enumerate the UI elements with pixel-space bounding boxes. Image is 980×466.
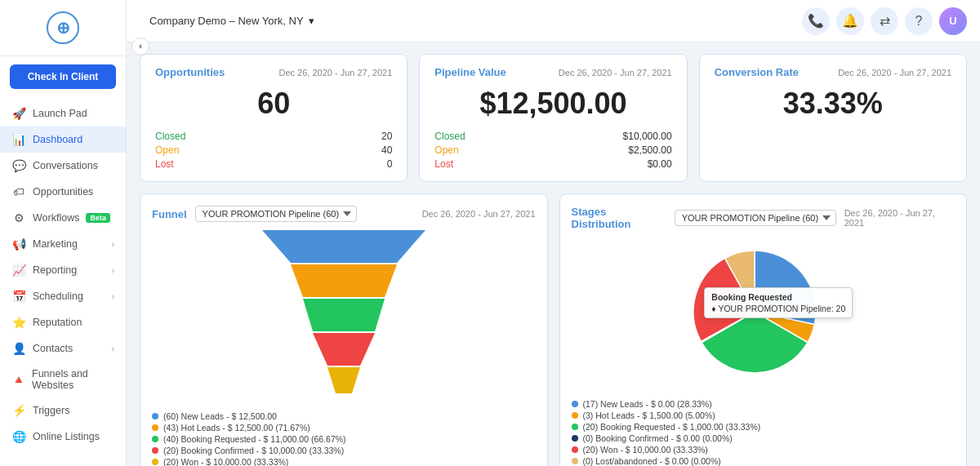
funnel-title: Funnel [152,208,187,220]
avatar[interactable]: U [939,7,967,35]
legend-text: (40) Booking Requested - $ 11,000.00 (66… [163,434,346,444]
funnel-legend-item: (60) New Leads - $ 12,500.00 [152,411,346,421]
sidebar: ⊕ Check In Client 🚀 Launch Pad 📊 Dashboa… [0,0,127,466]
legend-text: (20) Won - $ 10,000.00 (33.33%) [583,445,708,455]
sidebar-item-marketing[interactable]: 📢 Marketing › [0,231,126,257]
funnel-chart-card: Funnel YOUR PROMOTION Pipeline (60) Dec … [140,193,548,466]
scheduling-icon: 📅 [11,290,26,303]
company-selector[interactable]: Company Demo – New York, NY ▾ [149,15,314,27]
legend-dot [572,424,578,430]
conversations-icon: 💬 [11,159,26,172]
sidebar-item-contacts[interactable]: 👤 Contacts › [0,335,126,362]
opp-open-value: 40 [381,144,392,156]
pipeline-closed-value: $10,000.00 [623,131,672,142]
opp-lost-label: Lost [155,158,174,170]
chevron-icon: › [112,266,114,275]
help-icon-button[interactable]: ? [905,7,933,35]
kpi-opp-date: Dec 26, 2020 - Jun 27, 2021 [279,68,393,78]
sidebar-item-funnels[interactable]: 🔺 Funnels and Websites [0,362,126,397]
legend-text: (20) Booking Confirmed - $ 10,000.00 (33… [163,446,344,455]
legend-dot [152,424,158,431]
sidebar-label-funnels: Funnels and Websites [32,368,114,391]
workflows-icon: ⚙ [11,211,26,224]
kpi-pipeline-date: Dec 26, 2020 - Jun 27, 2021 [559,68,672,78]
pie-wrapper: Booking Requested ♦ YOUR PROMOTION Pipel… [673,238,853,396]
funnel-visual: (60) New Leads - $ 12,500.00(43) Hot Lea… [152,230,536,466]
checkin-button[interactable]: Check In Client [10,64,116,89]
kpi-opportunities: Opportunities Dec 26, 2020 - Jun 27, 202… [140,54,408,182]
pipeline-lost-value: $0.00 [648,158,672,170]
sidebar-item-opportunities[interactable]: 🏷 Opportunities [0,179,126,205]
legend-text: (0) Booking Confirmed - $ 0.00 (0.00%) [583,433,733,443]
sidebar-item-online-listings[interactable]: 🌐 Online Listings [0,424,126,450]
svg-marker-3 [313,333,375,366]
funnel-legend-item: (20) Booking Confirmed - $ 10,000.00 (33… [152,446,346,455]
sidebar-item-conversations[interactable]: 💬 Conversations [0,153,126,179]
sidebar-label-launch-pad: Launch Pad [33,108,87,119]
stages-title: Stages Distribution [572,206,666,230]
stages-visual: Booking Requested ♦ YOUR PROMOTION Pipel… [572,238,956,466]
stages-pipeline-select[interactable]: YOUR PROMOTION Pipeline (60) [675,210,836,226]
opportunities-icon: 🏷 [11,185,26,198]
legend-dot [572,446,578,453]
funnel-legend-item: (43) Hot Leads - $ 12,500.00 (71.67%) [152,423,346,433]
legend-dot [152,459,158,465]
sidebar-label-marketing: Marketing [33,238,78,250]
kpi-pipeline-title: Pipeline Value [434,66,506,78]
dashboard-icon: 📊 [11,133,26,146]
legend-text: (17) New Leads - $ 0.00 (28.33%) [583,399,712,409]
main-area: ‹ Company Demo – New York, NY ▾ 📞 🔔 ⇄ ? … [127,0,980,466]
pie-legend-item: (20) Won - $ 10,000.00 (33.33%) [572,445,761,455]
triggers-icon: ⚡ [11,404,26,417]
charts-row: Funnel YOUR PROMOTION Pipeline (60) Dec … [140,193,967,466]
stages-date: Dec 26, 2020 - Jun 27, 2021 [844,208,955,228]
sidebar-nav: 🚀 Launch Pad 📊 Dashboard 💬 Conversations… [0,97,126,466]
kpi-row: Opportunities Dec 26, 2020 - Jun 27, 202… [140,54,967,182]
svg-marker-0 [262,230,425,263]
chevron-icon: › [112,240,114,249]
sidebar-item-dashboard[interactable]: 📊 Dashboard [0,126,126,153]
funnel-date: Dec 26, 2020 - Jun 27, 2021 [422,209,536,219]
online-listings-icon: 🌐 [11,430,26,443]
phone-icon-button[interactable]: 📞 [802,7,830,35]
header: ‹ Company Demo – New York, NY ▾ 📞 🔔 ⇄ ? … [127,0,980,42]
pie-svg [673,238,853,393]
sidebar-label-online-listings: Online Listings [33,431,100,442]
sidebar-item-launch-pad[interactable]: 🚀 Launch Pad [0,100,126,126]
logo: ⊕ [0,0,126,56]
beta-badge: Beta [86,213,110,223]
svg-marker-1 [291,264,397,297]
sidebar-collapse-button[interactable]: ‹ [131,38,149,55]
funnel-pipeline-select[interactable]: YOUR PROMOTION Pipeline (60) [195,206,357,222]
marketing-icon: 📢 [11,237,26,251]
sidebar-item-triggers[interactable]: ⚡ Triggers [0,397,126,424]
legend-dot [572,435,578,442]
pipeline-open-label: Open [434,144,458,156]
pie-legend-item: (3) Hot Leads - $ 1,500.00 (5.00%) [572,411,761,420]
sidebar-item-reporting[interactable]: 📈 Reporting › [0,257,126,283]
sync-icon-button[interactable]: ⇄ [871,7,898,35]
funnel-legend-item: (20) Won - $ 10,000.00 (33.33%) [152,457,346,466]
sidebar-item-reputation[interactable]: ⭐ Reputation [0,309,126,335]
pie-legend-item: (17) New Leads - $ 0.00 (28.33%) [572,399,761,409]
legend-text: (20) Booking Requested - $ 1,000.00 (33.… [583,422,761,432]
kpi-opp-title: Opportunities [155,66,225,78]
funnel-legend: (60) New Leads - $ 12,500.00(43) Hot Lea… [152,411,346,466]
sidebar-item-scheduling[interactable]: 📅 Scheduling › [0,283,126,309]
reporting-icon: 📈 [11,264,26,277]
launch-pad-icon: 🚀 [11,107,26,120]
funnels-icon: 🔺 [11,373,25,386]
svg-marker-4 [327,367,360,393]
kpi-conversion: Conversion Rate Dec 26, 2020 - Jun 27, 2… [699,54,967,182]
kpi-conversion-title: Conversion Rate [715,66,799,78]
kpi-conversion-date: Dec 26, 2020 - Jun 27, 2021 [838,68,951,78]
sidebar-label-dashboard: Dashboard [33,134,82,145]
logo-icon: ⊕ [47,11,79,44]
legend-dot [572,458,578,464]
legend-dot [572,401,578,407]
header-icons: 📞 🔔 ⇄ ? U [802,7,967,35]
sidebar-item-workflows[interactable]: ⚙ Workflows Beta [0,205,126,231]
pie-legend-item: (20) Booking Requested - $ 1,000.00 (33.… [572,422,761,432]
bell-icon-button[interactable]: 🔔 [836,7,864,35]
svg-marker-2 [303,299,385,331]
